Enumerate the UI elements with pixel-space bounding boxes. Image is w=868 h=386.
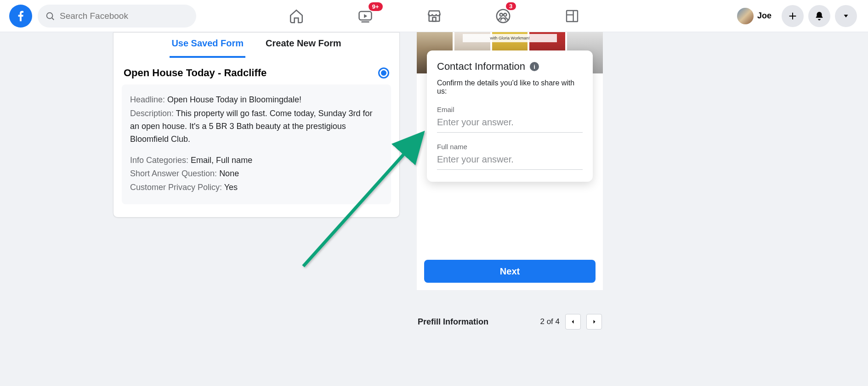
svg-point-6: [499, 13, 502, 16]
prefill-row: Prefill Information 2 of 4: [417, 314, 603, 330]
headline-label: Headline:: [130, 95, 165, 104]
svg-point-5: [496, 9, 509, 22]
form-name-row[interactable]: Open House Today - Radcliffe: [113, 58, 399, 84]
description-label: Description:: [130, 109, 174, 118]
svg-point-0: [47, 12, 53, 18]
email-field-group: Email: [437, 106, 583, 133]
search-input[interactable]: [60, 11, 189, 21]
privacy-policy-value: Yes: [224, 183, 238, 192]
search-icon: [45, 11, 55, 21]
svg-rect-8: [567, 11, 578, 22]
create-button[interactable]: [782, 5, 804, 27]
contact-card-title: Contact Information: [437, 61, 525, 73]
nav-right: Joe: [735, 5, 868, 27]
profile-name: Joe: [757, 11, 772, 21]
email-label: Email: [437, 106, 583, 113]
selected-radio-icon[interactable]: [378, 67, 389, 78]
tab-use-saved-form[interactable]: Use Saved Form: [170, 33, 245, 58]
svg-point-7: [504, 13, 506, 16]
info-icon[interactable]: i: [530, 62, 539, 71]
facebook-logo-icon[interactable]: [9, 5, 32, 28]
nav-home-icon[interactable]: [287, 7, 306, 25]
nav-gaming-icon[interactable]: [563, 7, 581, 25]
prefill-label: Prefill Information: [418, 317, 488, 327]
phone-preview: with Gloria Workman! Contact Information…: [417, 32, 603, 290]
avatar: [737, 8, 754, 24]
short-answer-question-value: None: [219, 169, 239, 178]
watch-badge: 9+: [369, 2, 383, 11]
nav-watch-icon[interactable]: 9+: [356, 7, 374, 25]
nav-left: [0, 5, 196, 28]
fullname-label: Full name: [437, 143, 583, 151]
form-panel: Use Saved Form Create New Form Open Hous…: [113, 32, 400, 218]
next-button[interactable]: Next: [424, 260, 596, 283]
form-tabs: Use Saved Form Create New Form: [113, 33, 399, 58]
svg-line-1: [52, 18, 54, 20]
preview-image-caption: with Gloria Workman!: [463, 34, 557, 42]
nav-groups-icon[interactable]: 3: [494, 7, 512, 25]
nav-center: 9+ 3: [287, 0, 581, 32]
fullname-input[interactable]: [437, 151, 583, 170]
pager-prev-button[interactable]: [565, 314, 581, 330]
email-input[interactable]: [437, 113, 583, 133]
pager-text: 2 of 4: [540, 317, 560, 326]
contact-card: Contact Information i Confirm the detail…: [427, 50, 593, 182]
preview-column: with Gloria Workman! Contact Information…: [417, 32, 603, 330]
short-answer-question-label: Short Answer Question:: [130, 169, 217, 178]
svg-rect-4: [432, 17, 436, 21]
fullname-field-group: Full name: [437, 143, 583, 170]
headline-value: Open House Today in Bloomingdale!: [167, 95, 301, 104]
privacy-policy-label: Customer Privacy Policy:: [130, 183, 222, 192]
search-box[interactable]: [38, 5, 196, 28]
info-categories-value: Email, Full name: [191, 156, 252, 165]
prefill-pager: 2 of 4: [540, 314, 602, 330]
info-categories-label: Info Categories:: [130, 156, 188, 165]
notifications-button[interactable]: [808, 5, 830, 27]
nav-marketplace-icon[interactable]: [425, 7, 443, 25]
groups-badge: 3: [506, 2, 516, 10]
saved-form-title: Open House Today - Radcliffe: [124, 67, 267, 79]
main-area: Use Saved Form Create New Form Open Hous…: [0, 32, 868, 386]
contact-card-subtitle: Confirm the details you'd like to share …: [437, 79, 583, 95]
tab-create-new-form[interactable]: Create New Form: [264, 33, 343, 58]
top-nav: 9+ 3 Joe: [0, 0, 868, 32]
account-menu-button[interactable]: [835, 5, 857, 27]
pager-next-button[interactable]: [586, 314, 602, 330]
form-details: Headline: Open House Today in Bloomingda…: [122, 84, 391, 204]
profile-chip[interactable]: Joe: [735, 6, 777, 26]
